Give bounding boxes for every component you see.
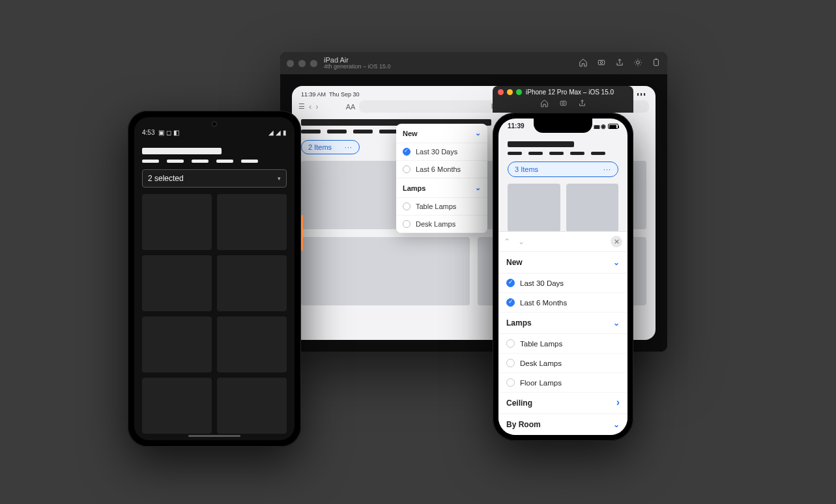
product-tile[interactable] xyxy=(142,316,212,372)
android-screen: 4:53 ▣ ◻ ◧ ◢ ◢ ▮ 2 selected ▾ xyxy=(134,117,295,440)
filter-option[interactable]: Last 6 Months xyxy=(498,293,627,313)
filter-option[interactable]: Table Lamps xyxy=(396,197,487,215)
chevron-down-icon[interactable]: ⌄ xyxy=(518,237,525,246)
product-tile[interactable] xyxy=(508,184,560,232)
filter-option[interactable]: Last 30 Days xyxy=(498,273,627,293)
forward-icon[interactable]: › xyxy=(315,102,318,111)
filter-section-ceiling[interactable]: Ceiling xyxy=(498,393,627,414)
tabs-skeleton xyxy=(142,160,287,163)
product-tile[interactable] xyxy=(142,378,212,434)
filter-chip-label: 3 Items xyxy=(515,165,538,173)
chevron-down-icon: ⌄ xyxy=(475,184,481,192)
traffic-lights[interactable] xyxy=(287,60,317,67)
home-indicator[interactable] xyxy=(188,435,240,437)
iphone-title: iPhone 12 Pro Max – iOS 15.0 xyxy=(526,89,614,96)
svg-rect-3 xyxy=(654,59,659,65)
sidebar-icon[interactable]: ☰ xyxy=(298,102,305,111)
svg-point-1 xyxy=(600,61,603,64)
product-tile[interactable] xyxy=(217,194,287,250)
screenshot-icon[interactable] xyxy=(559,99,568,109)
product-tile[interactable] xyxy=(217,255,287,311)
rotate-icon[interactable] xyxy=(652,58,661,69)
chevron-down-icon: ⌄ xyxy=(475,129,481,137)
filter-section-new[interactable]: New ⌄ xyxy=(396,124,487,143)
filter-option[interactable]: Table Lamps xyxy=(498,334,627,354)
chevron-up-icon[interactable]: ⌃ xyxy=(504,237,510,246)
home-icon[interactable] xyxy=(540,99,549,109)
iphone-screen: 11:39 3 Items ··· xyxy=(498,119,627,435)
svg-rect-0 xyxy=(598,60,604,64)
filter-section-lamps[interactable]: Lamps ⌄ xyxy=(396,178,487,197)
product-tile[interactable] xyxy=(217,316,287,372)
filter-option[interactable]: Floor Lamps xyxy=(498,373,627,393)
page-title-skeleton xyxy=(508,141,574,147)
filter-dropdown-label: 2 selected xyxy=(148,174,184,183)
filter-chip-label: 2 Items xyxy=(308,143,332,151)
filter-section-by-room[interactable]: By Room ⌄ xyxy=(498,414,627,435)
radio-icon xyxy=(403,220,411,228)
filter-option[interactable]: Last 30 Days xyxy=(396,143,487,160)
filter-chip[interactable]: 2 Items ··· xyxy=(301,140,360,154)
filter-popover: New ⌄ Last 30 Days Last 6 Months xyxy=(396,124,487,233)
radio-icon xyxy=(506,359,515,367)
product-tile[interactable] xyxy=(142,255,212,311)
signal-icon xyxy=(594,122,599,130)
filter-option[interactable]: Desk Lamps xyxy=(396,215,487,232)
filter-chip[interactable]: 3 Items ··· xyxy=(508,161,618,177)
brightness-icon[interactable] xyxy=(633,58,642,69)
filter-chip-more-icon: ··· xyxy=(345,143,353,151)
svg-rect-4 xyxy=(560,101,566,105)
filter-section-new[interactable]: New ⌄ xyxy=(498,252,627,273)
svg-point-5 xyxy=(562,102,564,104)
chevron-down-icon: ▾ xyxy=(278,175,281,182)
iphone-titlebar: iPhone 12 Pro Max – iOS 15.0 xyxy=(493,86,633,113)
text-size-icon[interactable]: AA xyxy=(346,103,356,111)
product-tile[interactable] xyxy=(301,237,470,305)
close-icon[interactable]: ✕ xyxy=(611,236,622,247)
radio-icon xyxy=(506,279,515,287)
filter-section-lamps[interactable]: Lamps ⌄ xyxy=(498,313,627,334)
radio-icon xyxy=(506,339,515,348)
power-button xyxy=(301,215,303,251)
filter-sheet: ⌃ ⌄ ✕ New ⌄ Last 30 Days xyxy=(498,231,627,435)
radio-icon xyxy=(506,298,515,307)
radio-icon xyxy=(506,378,515,387)
notch xyxy=(534,119,592,133)
product-tile[interactable] xyxy=(142,194,212,250)
svg-point-2 xyxy=(637,61,640,64)
chevron-right-icon xyxy=(616,399,620,408)
share-icon[interactable] xyxy=(578,99,586,109)
filter-dropdown[interactable]: 2 selected ▾ xyxy=(142,169,287,188)
radio-icon xyxy=(403,148,411,156)
product-tile[interactable] xyxy=(217,378,287,434)
filter-option[interactable]: Last 6 Months xyxy=(396,160,487,178)
product-grid xyxy=(142,194,287,434)
radio-icon xyxy=(403,165,411,173)
back-icon[interactable]: ‹ xyxy=(309,102,311,111)
home-icon[interactable] xyxy=(579,58,588,69)
tabs-skeleton xyxy=(508,152,618,155)
android-device: 4:53 ▣ ◻ ◧ ◢ ◢ ▮ 2 selected ▾ xyxy=(128,111,301,447)
filter-chip-more-icon: ··· xyxy=(603,165,611,173)
battery-icon xyxy=(608,124,618,129)
chevron-down-icon: ⌄ xyxy=(613,258,620,267)
ipad-titlebar: iPad Air 4th generation – iOS 15.0 xyxy=(280,52,667,74)
chevron-down-icon: ⌄ xyxy=(613,318,620,328)
ipad-subtitle: 4th generation – iOS 15.0 xyxy=(324,64,579,70)
screenshot-icon[interactable] xyxy=(597,58,606,69)
wifi-icon xyxy=(601,122,606,130)
chevron-down-icon: ⌄ xyxy=(613,420,620,429)
radio-icon xyxy=(403,203,411,210)
front-camera xyxy=(212,121,218,127)
iphone-simulator-window: iPhone 12 Pro Max – iOS 15.0 11:39 xyxy=(493,86,633,441)
page-title-skeleton xyxy=(142,148,222,154)
filter-option[interactable]: Desk Lamps xyxy=(498,354,627,373)
traffic-lights[interactable] xyxy=(498,89,522,95)
share-icon[interactable] xyxy=(615,58,624,69)
product-tile[interactable] xyxy=(566,184,619,232)
